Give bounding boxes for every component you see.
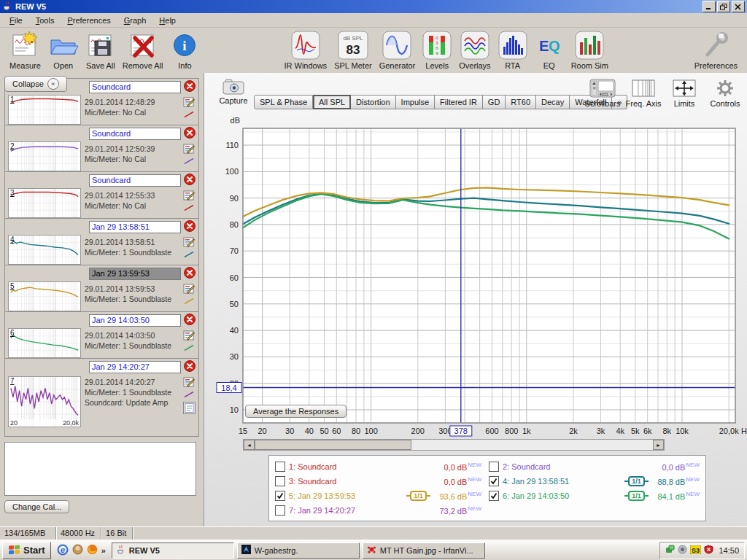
measurement-name-field[interactable]	[89, 361, 181, 373]
freq-axis-button[interactable]: Freq. Axis	[623, 77, 664, 108]
legend-checkbox-7[interactable]	[275, 505, 285, 516]
measurement-name-field[interactable]	[89, 174, 181, 187]
measurement-thumbnail[interactable]: 5	[8, 281, 81, 311]
measurement-name-field[interactable]	[89, 81, 181, 93]
delete-measurement-button[interactable]	[184, 220, 196, 233]
spl-chart[interactable]: dB11010090807060504030201015203040506080…	[204, 117, 747, 452]
minimize-button[interactable]	[703, 1, 716, 12]
legend-checkbox-3[interactable]	[275, 476, 285, 486]
measurement-thumbnail[interactable]: 3	[8, 188, 81, 218]
limits-button[interactable]: Limits	[664, 77, 705, 108]
generator-button[interactable]: Generator	[379, 30, 416, 70]
restore-button[interactable]	[717, 1, 730, 12]
tab-rt60[interactable]: RT60	[506, 95, 536, 109]
room-sim-button[interactable]: Room Sim	[571, 30, 608, 70]
info-button[interactable]: iInfo	[170, 30, 199, 70]
smoothing-chip[interactable]: 1/1	[400, 491, 436, 501]
scrollbars-button[interactable]: Scrollbars	[582, 77, 623, 108]
scroll-left-arrow[interactable]: ◄	[244, 440, 255, 450]
task-button-irfan[interactable]: MT HT Gain.jpg - IrfanVi...	[363, 542, 485, 559]
measurement-name-field[interactable]	[89, 221, 181, 233]
controls-button[interactable]: Controls	[705, 77, 746, 108]
scroll-right-arrow[interactable]: ►	[653, 440, 664, 450]
tab-filtered-ir[interactable]: Filtered IR	[435, 95, 483, 109]
rta-button[interactable]: RTA	[498, 30, 527, 70]
measurement-card-5[interactable]: 529.01.2014 13:59:53Mic/Meter: 1 Soundbl…	[4, 265, 199, 312]
overlays-button[interactable]: Overlays	[459, 30, 490, 70]
edit-notes-icon[interactable]	[183, 143, 195, 155]
average-responses-button[interactable]: Average the Responses	[245, 405, 347, 418]
notes-box[interactable]	[4, 442, 196, 496]
measurement-card-7[interactable]: 72020,0k29.01.2014 14:20:27Mic/Meter: 1 …	[4, 358, 199, 437]
legend-checkbox-1[interactable]	[275, 462, 285, 472]
task-button-wgab[interactable]: W-gabestrg.	[237, 542, 360, 559]
ir-windows-button[interactable]: IR Windows	[284, 30, 327, 70]
measurement-card-3[interactable]: 329.01.2014 12:55:33Mic/Meter: No Cal	[4, 171, 199, 219]
player-quicklaunch-icon[interactable]	[72, 544, 83, 556]
tray-net-icon[interactable]	[665, 545, 675, 556]
firefox-quicklaunch-icon[interactable]	[87, 544, 98, 556]
scrollbar-track[interactable]	[411, 440, 653, 450]
remove-all-button[interactable]: Remove All	[123, 30, 163, 70]
tab-spl-phase[interactable]: SPL & Phase	[254, 95, 313, 109]
menu-item-graph[interactable]: Graph	[117, 14, 153, 27]
legend-checkbox-4[interactable]	[489, 476, 499, 486]
save-all-button[interactable]: Save All	[86, 30, 115, 70]
scrollbar-thumb[interactable]	[255, 440, 411, 450]
capture-button[interactable]: Capture	[214, 79, 252, 105]
measurement-name-field[interactable]	[89, 128, 181, 140]
measurement-thumbnail[interactable]: 6	[8, 328, 81, 358]
quicklaunch-overflow-chevron[interactable]: »	[101, 546, 106, 555]
eq-button[interactable]: EQEQ	[535, 30, 564, 70]
tab-all-spl[interactable]: All SPL	[313, 95, 351, 109]
legend-checkbox-5[interactable]	[275, 491, 285, 501]
tray-s3-icon[interactable]: S3	[690, 545, 701, 556]
measurement-thumbnail[interactable]: 1	[8, 95, 81, 125]
collapse-button[interactable]: Collapse «	[4, 76, 67, 92]
delete-measurement-button[interactable]	[184, 267, 196, 280]
title-bar[interactable]: REW V5	[0, 0, 747, 13]
preferences-button[interactable]: Preferences	[694, 30, 738, 70]
open-button[interactable]: Open	[48, 30, 79, 70]
legend-checkbox-6[interactable]	[489, 491, 499, 501]
tab-impulse[interactable]: Impulse	[396, 95, 436, 109]
measurement-thumbnail[interactable]: 4	[8, 235, 81, 265]
legend-checkbox-2[interactable]	[489, 462, 499, 472]
ie-quicklaunch-icon[interactable]: e	[57, 544, 69, 557]
start-button[interactable]: Start	[2, 542, 51, 559]
measurement-name-field[interactable]	[89, 268, 181, 280]
task-button-java[interactable]: REW V5	[112, 542, 234, 559]
measurement-card-2[interactable]: 229.01.2014 12:50:39Mic/Meter: No Cal	[4, 125, 199, 172]
tray-vol-icon[interactable]	[678, 545, 687, 556]
measurement-thumbnail[interactable]: 2	[8, 141, 81, 171]
edit-notes-icon[interactable]	[183, 236, 195, 249]
notes-button[interactable]	[183, 402, 196, 416]
delete-measurement-button[interactable]	[184, 80, 196, 93]
measurement-name-field[interactable]	[89, 314, 181, 327]
smoothing-chip[interactable]: 1/1	[619, 476, 654, 486]
measurement-thumbnail[interactable]: 72020,0k	[8, 376, 81, 427]
change-cal-button[interactable]: Change Cal...	[4, 500, 69, 513]
delete-measurement-button[interactable]	[184, 127, 196, 140]
edit-notes-icon[interactable]	[183, 96, 195, 109]
horizontal-scrollbar[interactable]: ◄ ►	[243, 439, 665, 451]
tab-gd[interactable]: GD	[483, 95, 506, 109]
delete-measurement-button[interactable]	[184, 314, 196, 327]
menu-item-file[interactable]: File	[3, 14, 29, 27]
tab-distortion[interactable]: Distortion	[351, 95, 395, 109]
tray-security-icon[interactable]	[704, 545, 713, 556]
measurement-card-4[interactable]: 429.01.2014 13:58:51Mic/Meter: 1 Soundbl…	[4, 218, 199, 265]
tab-decay[interactable]: Decay	[536, 95, 570, 109]
menu-item-help[interactable]: Help	[152, 14, 182, 27]
menu-item-preferences[interactable]: Preferences	[61, 14, 117, 27]
edit-notes-icon[interactable]	[183, 283, 195, 295]
delete-measurement-button[interactable]	[184, 174, 196, 187]
delete-measurement-button[interactable]	[184, 360, 196, 373]
close-button[interactable]	[732, 1, 745, 12]
menu-item-tools[interactable]: Tools	[29, 14, 61, 27]
edit-notes-icon[interactable]	[183, 190, 195, 202]
measurement-card-6[interactable]: 629.01.2014 14:03:50Mic/Meter: 1 Soundbl…	[4, 311, 199, 359]
measure-button[interactable]: Measure	[9, 30, 41, 70]
edit-notes-icon[interactable]	[183, 376, 195, 389]
spl-meter-button[interactable]: dB SPL83SPL Meter	[334, 30, 372, 70]
